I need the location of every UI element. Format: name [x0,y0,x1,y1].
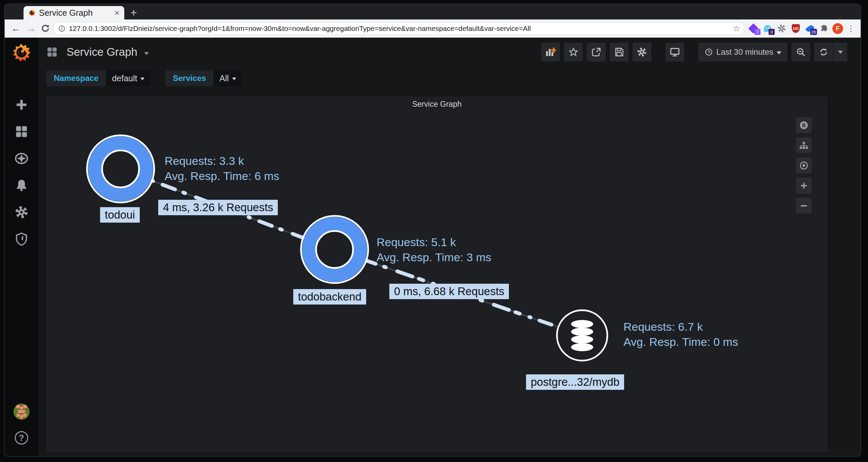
magnifier-minus-icon [796,47,806,57]
namespace-dropdown[interactable]: default [106,70,151,86]
dashboard-settings-button[interactable] [632,43,651,61]
grafana-app: ? Service Graph [5,38,861,456]
cycle-view-mode-button[interactable] [665,43,684,61]
edge-label-todobackend-postgres: 0 ms, 6.68 k Requests [389,284,509,299]
sidebar: ? [5,38,38,456]
services-caret-icon [232,77,236,80]
share-dashboard-button[interactable] [587,43,606,61]
node-label-postgres: postgre...32/mydb [526,374,624,390]
service-graph-canvas [47,97,827,452]
shield-icon [14,232,29,246]
extension-gem-icon[interactable]: 7 [748,23,759,34]
back-icon[interactable]: ← [9,23,22,34]
zoom-out-button[interactable] [796,198,812,214]
node-todobackend[interactable] [301,216,368,283]
tab-close-icon[interactable]: × [115,8,120,17]
dashboard-title[interactable]: Service Graph [66,46,137,58]
todoui-metrics: Requests: 3.3 k Avg. Resp. Time: 6 ms [164,154,279,184]
grafana-favicon [28,9,36,16]
minus-icon [799,201,809,210]
browser-tab[interactable]: Service Graph × [24,6,124,20]
extension-gear-icon[interactable] [776,23,787,34]
share-icon [591,47,601,57]
time-range-caret-icon [777,52,781,55]
bookmark-star-icon[interactable]: ☆ [733,24,740,33]
time-range-picker[interactable]: Last 30 minutes [699,43,787,61]
shield-shape: UO [792,24,800,33]
pause-circle-icon [799,121,809,130]
save-icon [614,47,624,57]
layout-hierarchy-button[interactable] [796,137,812,154]
namespace-caret-icon [141,77,145,80]
bell-icon [14,178,29,193]
services-label: Services [165,70,213,86]
extension-ghost-icon[interactable]: 0 [762,23,773,34]
refresh-dashboard-button[interactable] [814,43,833,61]
refresh-interval-dropdown[interactable] [834,43,847,61]
sidebar-item-explore[interactable] [14,151,29,167]
edge-label-todoui-todobackend: 4 ms, 3.26 k Requests [158,200,278,215]
address-bar[interactable]: 127.0.0.1:3002/d/FlzDnieiz/service-graph… [53,22,745,35]
add-panel-button[interactable] [541,43,560,61]
grafana-logo[interactable] [12,43,31,62]
help-icon[interactable]: ? [15,431,28,444]
postgres-metrics: Requests: 6.7 k Avg. Resp. Time: 0 ms [623,319,738,350]
forward-icon[interactable]: → [25,23,38,34]
zoom-out-time-button[interactable] [792,43,810,61]
main-area: Service Graph [38,38,861,456]
namespace-value: default [112,73,137,83]
save-dashboard-button[interactable] [610,43,628,61]
extension-shield-icon[interactable]: UO [790,23,802,34]
variables-submenu: Namespace default Services All [38,66,861,87]
node-postgres[interactable] [557,310,607,361]
star-icon [568,47,579,57]
namespace-variable: Namespace default [46,70,151,86]
services-value: All [219,73,229,83]
info-icon[interactable] [58,25,65,32]
todobackend-metrics: Requests: 5.1 k Avg. Resp. Time: 3 ms [377,235,491,265]
circle-dot-icon [799,161,809,170]
services-dropdown[interactable]: All [213,70,242,86]
gem-badge: 7 [754,29,761,35]
extensions-puzzle-icon[interactable] [818,23,830,34]
user-avatar[interactable] [13,404,30,420]
browser-toolbar: ← → 127.0.0.1:3002/d/FlzDnieiz/service-g… [5,20,861,38]
clock-icon [705,48,713,57]
tab-title: Service Graph [39,8,111,18]
plus-icon [14,97,29,112]
browser-menu-icon[interactable]: ⋮ [846,24,856,33]
node-label-todoui: todoui [100,207,140,223]
services-variable: Services All [165,70,242,86]
pen-badge: 26 [810,29,817,35]
sidebar-item-dashboards[interactable] [14,124,29,140]
sidebar-item-configuration[interactable] [14,205,29,221]
gear-shape [777,24,786,33]
refresh-caret-icon [838,51,843,54]
pause-layout-button[interactable] [796,117,812,133]
zoom-in-button[interactable] [796,177,812,194]
url-text[interactable]: 127.0.0.1:3002/d/FlzDnieiz/service-graph… [69,25,729,33]
todobackend-avg-resp: Avg. Resp. Time: 3 ms [377,250,491,265]
extension-pen-icon[interactable]: 26 [804,23,815,34]
settings-gear-icon [637,47,647,57]
sidebar-item-server-admin[interactable] [14,232,29,248]
node-label-todobackend: todobackend [293,289,366,304]
todoui-avg-resp: Avg. Resp. Time: 6 ms [164,169,279,184]
namespace-label: Namespace [46,70,106,86]
service-graph-panel: Service Graph [47,97,827,452]
dashboard-header: Service Graph [38,38,861,66]
star-dashboard-button[interactable] [564,43,583,61]
header-toolbar: Last 30 minutes [541,43,847,61]
dashboard-grid-icon[interactable] [46,46,58,58]
postgres-avg-resp: Avg. Resp. Time: 0 ms [623,334,738,350]
dashboard-title-caret-icon[interactable] [144,52,149,55]
sidebar-item-alerting[interactable] [14,178,29,194]
fit-to-center-button[interactable] [796,158,812,173]
browser-profile-avatar[interactable]: F [832,23,843,34]
new-tab-button[interactable]: + [130,7,137,18]
sidebar-item-create[interactable] [14,97,29,113]
node-todoui[interactable] [87,135,154,202]
compass-icon [14,151,29,166]
time-range-label: Last 30 minutes [716,47,773,57]
reload-icon[interactable] [40,24,51,34]
